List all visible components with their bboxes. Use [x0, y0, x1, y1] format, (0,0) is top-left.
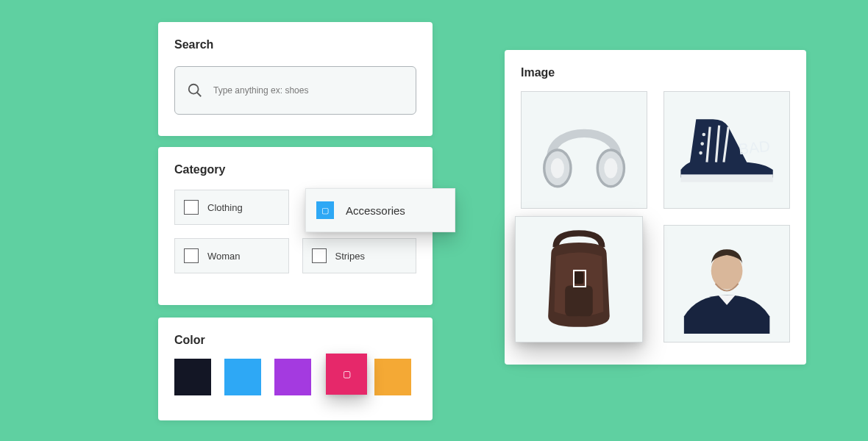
checkbox-icon[interactable] — [184, 248, 199, 263]
search-panel: Search — [158, 22, 433, 136]
sneaker-icon: BAD — [673, 100, 780, 200]
svg-point-8 — [700, 142, 704, 146]
search-box[interactable] — [174, 66, 416, 115]
category-label: Clothing — [207, 202, 243, 213]
color-swatch-purple[interactable] — [274, 359, 311, 395]
checkbox-checked-icon[interactable]: ▢ — [316, 201, 334, 219]
search-title: Search — [174, 38, 416, 51]
color-panel: Color — [158, 318, 433, 420]
svg-line-1 — [197, 93, 202, 97]
color-title: Color — [174, 334, 416, 347]
svg-rect-12 — [565, 285, 593, 316]
search-icon — [187, 82, 203, 98]
checkbox-icon[interactable] — [184, 200, 199, 215]
product-image-sneaker[interactable]: BAD — [664, 91, 790, 209]
svg-point-0 — [189, 85, 199, 94]
image-title: Image — [521, 66, 790, 79]
category-label: Stripes — [335, 251, 365, 262]
category-title: Category — [174, 163, 416, 176]
category-item-stripes[interactable]: Stripes — [302, 238, 417, 273]
color-swatch-blue[interactable] — [224, 359, 261, 395]
svg-point-7 — [702, 133, 705, 137]
color-swatch-pink[interactable]: ▢ — [326, 354, 367, 395]
category-label: Accessories — [346, 204, 405, 217]
product-image-backpack[interactable] — [515, 216, 643, 343]
color-swatch-black[interactable] — [174, 359, 211, 395]
category-item-clothing[interactable]: Clothing — [174, 190, 289, 225]
color-swatch-orange[interactable] — [374, 359, 411, 395]
category-item-accessories[interactable]: ▢ Accessories — [305, 188, 455, 232]
product-image-headphones[interactable] — [521, 91, 647, 209]
svg-point-9 — [699, 151, 702, 155]
checkbox-icon[interactable] — [312, 248, 327, 263]
svg-rect-6 — [680, 174, 772, 182]
category-item-woman[interactable]: Woman — [174, 238, 289, 273]
person-icon — [673, 234, 780, 334]
selected-indicator-icon — [573, 270, 586, 287]
svg-point-5 — [604, 158, 617, 178]
search-input[interactable] — [213, 85, 404, 96]
category-label: Woman — [207, 251, 241, 262]
svg-point-4 — [551, 158, 564, 178]
svg-text:BAD: BAD — [738, 137, 771, 157]
product-image-man-sweater[interactable] — [664, 225, 790, 343]
headphones-icon — [530, 100, 638, 200]
